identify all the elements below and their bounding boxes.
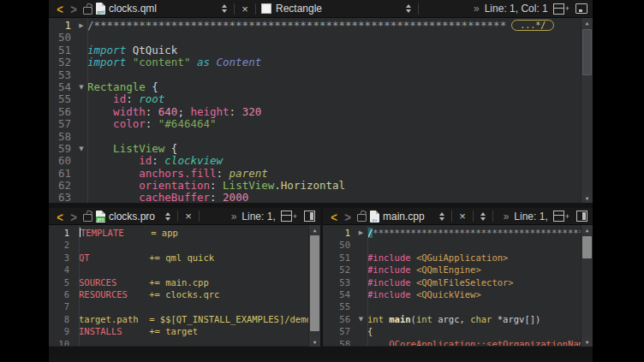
token: /***************************************… — [87, 20, 506, 32]
code-line[interactable]: 6RESOURCES += clocks.qrc — [49, 288, 309, 300]
collapsed-comment-badge[interactable]: ...*/ — [511, 20, 554, 31]
fold-column — [355, 300, 367, 312]
editor-clocks-pro[interactable]: 1TEMPLATE = app23QT += qml quick45SOURCE… — [49, 225, 320, 347]
code-line[interactable]: 51#include <QGuiApplication> — [323, 252, 581, 264]
unlock-icon[interactable] — [355, 209, 368, 224]
code-line[interactable]: 2 — [49, 239, 309, 251]
code-line[interactable]: 53#include <QQmlFileSelector> — [323, 276, 581, 288]
token: int — [416, 314, 432, 324]
back-button[interactable]: < — [53, 207, 67, 225]
vertical-scrollbar[interactable]: ▲ ▼ — [581, 18, 593, 203]
code-line[interactable]: 59▼ ListView { — [49, 143, 581, 155]
forward-button[interactable]: > — [67, 207, 80, 225]
code-line[interactable]: 3QT += qml quick — [49, 252, 309, 264]
editor-main-cpp[interactable]: 1▶/*************************************… — [323, 225, 593, 347]
code-line[interactable]: 54#include <QQuickView> — [323, 288, 581, 300]
plus-icon: + — [565, 4, 569, 13]
fold-column — [355, 276, 367, 288]
code-line[interactable]: 55 id: root — [49, 93, 581, 105]
code-line[interactable]: 63 cacheBuffer: 2000 — [49, 192, 581, 203]
editor-clocks-qml[interactable]: 1▶/*************************************… — [49, 18, 593, 203]
token: 320 — [242, 106, 262, 118]
code-line[interactable]: 1TEMPLATE = app — [49, 227, 309, 239]
scroll-down-icon[interactable]: ▼ — [581, 193, 593, 203]
token: : — [217, 168, 230, 180]
code-line[interactable]: 56 width: 640; height: 320 — [49, 106, 581, 118]
fold-marker-icon[interactable]: ▼ — [75, 81, 87, 93]
token: : — [152, 155, 164, 167]
vertical-scrollbar[interactable]: ▲ ▼ — [581, 225, 593, 347]
forward-button[interactable]: > — [341, 207, 355, 225]
horizontal-scrollbar[interactable]: ◀ ▶ — [49, 346, 309, 347]
scroll-down-icon[interactable]: ▼ — [581, 337, 593, 347]
horizontal-scrollbar[interactable]: ◀ ▶ — [323, 346, 581, 347]
scroll-up-icon[interactable]: ▲ — [581, 225, 593, 234]
split-editor-button[interactable]: + — [553, 1, 569, 16]
fold-marker-icon[interactable]: ▶ — [75, 20, 87, 32]
code-line[interactable]: 50 — [323, 239, 581, 251]
symbol-dropdown[interactable]: Rectangle — [259, 1, 414, 16]
code-line[interactable]: 60 id: clockview — [49, 155, 581, 167]
code-line[interactable]: 61 anchors.fill: parent — [49, 168, 581, 180]
line-number: 2 — [49, 239, 74, 251]
fold-marker-icon[interactable]: ▼ — [75, 143, 87, 155]
scrollbar-thumb[interactable] — [582, 29, 592, 75]
open-in-new-window-button[interactable] — [575, 1, 588, 16]
code-line[interactable]: 9INSTALLS += target — [49, 325, 309, 337]
document-dropdown[interactable]: pro clocks.pro — [94, 209, 174, 224]
split-editor-button[interactable]: + — [553, 209, 569, 224]
remove-split-button[interactable] — [575, 209, 588, 224]
split-editor-button[interactable]: + — [281, 209, 297, 224]
code-line[interactable]: 54▼Rectangle { — [49, 81, 581, 93]
forward-button[interactable]: > — [67, 0, 80, 17]
close-document-button[interactable]: × — [238, 1, 252, 16]
overflow-chevron-icon[interactable]: » — [504, 211, 510, 223]
code-line[interactable]: 1▶/*************************************… — [49, 20, 581, 32]
symbol-dropdown[interactable] — [480, 212, 486, 221]
remove-split-button[interactable] — [302, 209, 316, 224]
line-number: 50 — [49, 32, 75, 44]
code-text: int main(int argc, char *argv[]) — [367, 313, 581, 325]
scroll-up-icon[interactable]: ▲ — [309, 225, 320, 234]
document-dropdown[interactable]: qml clocks.qml — [94, 1, 230, 16]
code-text: #include <QGuiApplication> — [367, 252, 581, 264]
code-line[interactable]: 62 orientation: ListView.Horizontal — [49, 180, 581, 192]
code-line[interactable]: 57 color: "#646464" — [49, 118, 581, 130]
code-text — [87, 131, 581, 143]
close-document-button[interactable]: × — [182, 209, 195, 224]
fold-marker-icon[interactable]: ▶ — [355, 227, 367, 239]
back-button[interactable]: < — [53, 0, 67, 17]
overflow-chevron-icon[interactable]: » — [231, 211, 237, 223]
vertical-scrollbar[interactable]: ▲ ▼ — [308, 225, 320, 347]
scroll-down-icon[interactable]: ▼ — [309, 337, 320, 347]
code-line[interactable]: 4 — [49, 264, 309, 276]
overflow-chevron-icon[interactable]: » — [474, 3, 480, 15]
line-number: 50 — [323, 239, 355, 251]
line-number: 3 — [49, 252, 74, 264]
close-split-icon — [304, 211, 315, 222]
code-line[interactable]: 5SOURCES += main.cpp — [49, 276, 309, 288]
code-line[interactable]: 57{ — [323, 325, 581, 337]
close-document-button[interactable]: × — [456, 209, 469, 224]
scrollbar-thumb[interactable] — [310, 235, 319, 331]
line-number: 61 — [49, 168, 75, 180]
scroll-up-icon[interactable]: ▲ — [581, 18, 593, 27]
document-dropdown[interactable]: c+ main.cpp — [368, 209, 448, 224]
code-line[interactable]: 8target.path = $$[QT_INSTALL_EXAMPLES]/d… — [49, 313, 309, 325]
code-line[interactable]: 55 — [323, 300, 581, 312]
code-line[interactable]: 1▶/*************************************… — [323, 227, 581, 239]
code-line[interactable]: 50 — [49, 32, 581, 44]
unlock-icon[interactable] — [80, 1, 94, 16]
code-line[interactable]: 7 — [49, 300, 309, 312]
scrollbar-thumb[interactable] — [582, 236, 592, 258]
code-line[interactable]: 58 — [49, 131, 581, 143]
unlock-icon[interactable] — [80, 209, 94, 224]
code-line[interactable]: 53 — [49, 69, 581, 81]
code-line[interactable]: 56▼int main(int argc, char *argv[]) — [323, 313, 581, 325]
back-button[interactable]: < — [327, 207, 341, 225]
code-line[interactable]: 52import "content" as Content — [49, 56, 581, 68]
token: RESOURCES — [79, 289, 128, 300]
code-line[interactable]: 52#include <QQmlEngine> — [323, 264, 581, 276]
code-line[interactable]: 51import QtQuick — [49, 45, 581, 56]
fold-marker-icon[interactable]: ▼ — [355, 313, 367, 325]
